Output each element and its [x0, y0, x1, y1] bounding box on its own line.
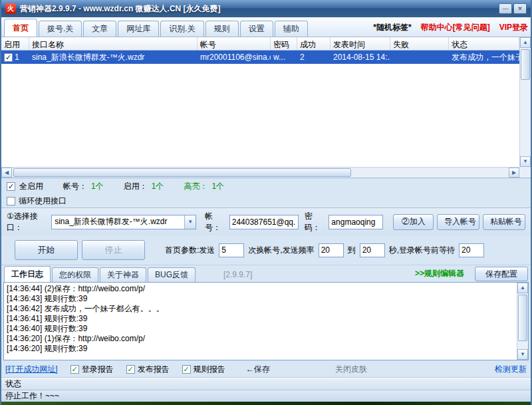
- log-tab-strip: 工作日志 您的权限 关于神器 BUG反馈 [2.9.9.7] >>规则编辑器 保…: [1, 265, 531, 282]
- status-panel: 状态: [1, 378, 531, 390]
- interface-selection-row: ①选择接口： sina_新浪长微博群发-™火.wzdr ▼ 帐号： 密码： ②加…: [1, 207, 531, 235]
- stop-button[interactable]: 停止: [82, 240, 145, 260]
- table-vertical-scrollbar[interactable]: ▲ ▼: [519, 37, 531, 167]
- row-enable-checkbox[interactable]: [4, 53, 13, 62]
- tab-bug-feedback[interactable]: BUG反馈: [148, 267, 196, 282]
- account-field-label: 帐号：: [205, 211, 226, 233]
- window-controls: — ✕: [499, 3, 527, 14]
- titlebar: 火 营销神器2.9.9.7 - www.wzdr.cn 微赚达人.CN [永久免…: [1, 0, 531, 17]
- row-account: mr20001106@sina.com: [198, 51, 271, 64]
- status-bar: 停止工作！~~~: [1, 390, 531, 402]
- control-row: 开始 停止 首页参数:发送 次换帐号,发送频率 到 秒,登录帐号前等待: [1, 235, 531, 265]
- close-button[interactable]: ✕: [513, 3, 527, 14]
- table-row[interactable]: 1 sina_新浪长微博群发-™火.wzdr mr20001106@sina.c…: [1, 51, 519, 64]
- col-account[interactable]: 帐号: [198, 37, 271, 50]
- loop-interface-checkbox[interactable]: [7, 197, 15, 205]
- loop-interface-label: 循环使用接口: [19, 196, 66, 207]
- col-status[interactable]: 状态: [449, 37, 519, 50]
- status-message: 停止工作！~~~: [5, 390, 59, 402]
- col-fail[interactable]: 失败: [390, 37, 449, 50]
- tab-about[interactable]: 关于神器: [100, 267, 146, 282]
- tab-home[interactable]: 首页: [4, 19, 37, 37]
- log-scroll-up-icon[interactable]: ▲: [517, 283, 528, 293]
- tab-dial[interactable]: 拨号.关: [39, 21, 82, 37]
- chevron-down-icon[interactable]: ▼: [184, 215, 196, 229]
- summary-row: 全启用 帐号：1个 启用：1个 高亮：1个: [1, 178, 531, 194]
- hscroll-thumb[interactable]: [13, 168, 351, 177]
- enabled-count-label: 启用：: [124, 181, 148, 192]
- tab-url-library[interactable]: 网址库: [118, 21, 159, 37]
- tab-work-log[interactable]: 工作日志: [4, 266, 51, 282]
- save-config-button[interactable]: 保存配置: [475, 267, 528, 281]
- frequency-from-input[interactable]: [319, 243, 344, 257]
- col-enable[interactable]: 启用: [1, 37, 29, 50]
- param-label-send: 首页参数:发送: [165, 245, 215, 256]
- tab-auxiliary[interactable]: 辅助: [275, 21, 308, 37]
- import-accounts-button[interactable]: 导入帐号: [437, 214, 479, 230]
- col-interface-name[interactable]: 接口名称: [29, 37, 198, 50]
- log-line: [14:36:41] 规则行数:39: [7, 314, 514, 324]
- rule-report-checkbox[interactable]: [182, 365, 191, 374]
- log-lines: [14:36:44] (2)保存：http://weibo.com/p/ [14…: [4, 283, 517, 360]
- account-input[interactable]: [229, 215, 299, 229]
- save-hint-label: ←保存: [246, 364, 270, 375]
- desktop-background-strip: [1, 402, 531, 405]
- vscroll-thumb[interactable]: [521, 49, 530, 80]
- open-success-urls-link[interactable]: [打开成功网址]: [5, 364, 58, 375]
- password-input[interactable]: [329, 215, 383, 229]
- publish-report-checkbox[interactable]: [126, 365, 135, 374]
- scroll-down-icon[interactable]: ▼: [520, 156, 531, 167]
- help-center-link[interactable]: 帮助中心[常见问题]: [421, 22, 490, 33]
- enable-all-checkbox[interactable]: [7, 182, 15, 191]
- log-box[interactable]: [14:36:44] (2)保存：http://weibo.com/p/ [14…: [3, 282, 529, 360]
- add-account-button[interactable]: ②加入: [393, 214, 434, 230]
- log-vscroll-thumb[interactable]: [518, 295, 527, 341]
- version-label: [2.9.9.7]: [223, 270, 252, 282]
- log-vertical-scrollbar[interactable]: ▲ ▼: [517, 283, 528, 360]
- row-number: 1: [15, 51, 19, 64]
- paste-accounts-button[interactable]: 粘贴帐号: [483, 214, 525, 230]
- rule-report-toggle[interactable]: 规则报告: [182, 364, 225, 375]
- app-icon: 火: [5, 3, 16, 14]
- publish-report-toggle[interactable]: 发布报告: [126, 364, 170, 375]
- account-count-value: 1个: [91, 181, 104, 192]
- table-horizontal-scrollbar[interactable]: ◀ ▶: [1, 167, 519, 178]
- tab-recognition[interactable]: 识别.关: [160, 21, 203, 37]
- row-password: w...: [271, 51, 297, 64]
- app-window: 火 营销神器2.9.9.7 - www.wzdr.cn 微赚达人.CN [永久免…: [0, 0, 532, 405]
- header-links: *随机标签* 帮助中心[常见问题] VIP登录: [373, 22, 528, 37]
- tab-settings[interactable]: 设置: [240, 21, 273, 37]
- frequency-to-input[interactable]: [360, 243, 385, 257]
- scroll-left-icon[interactable]: ◀: [1, 168, 12, 178]
- log-line: [14:36:40] 规则行数:39: [7, 324, 514, 334]
- login-report-toggle[interactable]: 登录报告: [70, 364, 114, 375]
- interface-select[interactable]: sina_新浪长微博群发-™火.wzdr ▼: [51, 215, 196, 229]
- login-report-checkbox[interactable]: [70, 365, 79, 374]
- row-status: 发布成功，一个妹子: [449, 51, 519, 64]
- scroll-right-icon[interactable]: ▶: [509, 168, 519, 178]
- log-scroll-down-icon[interactable]: ▼: [517, 349, 528, 360]
- vip-login-link[interactable]: VIP登录: [499, 22, 528, 33]
- check-update-link[interactable]: 检测更新: [495, 364, 527, 375]
- rule-editor-link[interactable]: >>规则编辑器: [415, 268, 464, 282]
- wait-seconds-input[interactable]: [459, 243, 484, 257]
- minimize-button[interactable]: —: [499, 3, 512, 14]
- tab-articles[interactable]: 文章: [83, 21, 116, 37]
- send-count-input[interactable]: [219, 243, 244, 257]
- enabled-count-value: 1个: [152, 181, 164, 192]
- loop-row: 循环使用接口: [1, 194, 531, 207]
- col-publish-time[interactable]: 发表时间: [331, 37, 390, 50]
- scroll-up-icon[interactable]: ▲: [520, 37, 531, 48]
- account-count-label: 帐号：: [63, 181, 87, 192]
- tab-rules[interactable]: 规则: [205, 21, 239, 37]
- start-button[interactable]: 开始: [15, 240, 78, 260]
- col-success[interactable]: 成功: [297, 37, 331, 50]
- tab-permissions[interactable]: 您的权限: [52, 267, 98, 282]
- row-interface-name: sina_新浪长微博群发-™火.wzdr: [29, 51, 198, 64]
- col-password[interactable]: 密码: [271, 37, 297, 50]
- rule-report-label: 规则报告: [194, 364, 225, 375]
- row-fail: [390, 51, 449, 64]
- close-skin-link[interactable]: 关闭皮肤: [335, 364, 367, 375]
- interface-select-value: sina_新浪长微博群发-™火.wzdr: [52, 216, 184, 227]
- password-field-label: 密码：: [305, 211, 326, 233]
